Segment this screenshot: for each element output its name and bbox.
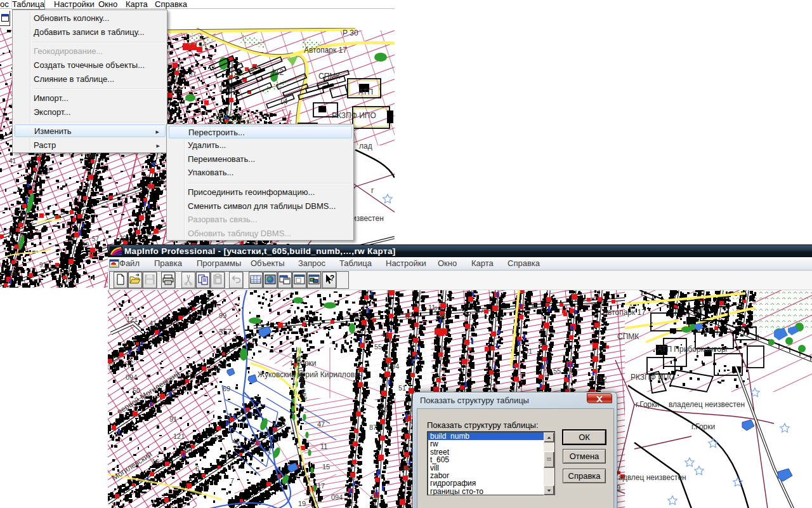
svg-text:69: 69 <box>223 385 230 392</box>
svg-text:Р 30: Р 30 <box>343 29 358 37</box>
svg-text:15: 15 <box>322 463 330 471</box>
svg-text:39: 39 <box>82 241 89 248</box>
svg-text:11: 11 <box>320 443 327 450</box>
svg-text:г: г <box>371 186 374 195</box>
svg-text:17: 17 <box>317 482 325 490</box>
svg-text:69: 69 <box>380 406 388 413</box>
svg-text:45: 45 <box>439 312 447 320</box>
svg-text:121: 121 <box>126 316 138 323</box>
svg-text:094: 094 <box>126 373 137 381</box>
svg-text:Автопарк 17: Автопарк 17 <box>603 308 646 317</box>
svg-text:99: 99 <box>219 312 226 319</box>
svg-text:СПМК: СПМК <box>617 332 639 341</box>
svg-text:Автопарк 17: Автопарк 17 <box>304 46 347 55</box>
svg-text:121: 121 <box>219 84 232 93</box>
svg-text:41: 41 <box>381 331 389 338</box>
svg-text:91: 91 <box>169 415 177 423</box>
svg-text:11: 11 <box>530 302 537 310</box>
svg-text:лад: лад <box>359 142 372 150</box>
svg-text:3: 3 <box>46 167 50 174</box>
svg-text:91: 91 <box>39 262 47 269</box>
svg-text:094: 094 <box>331 493 343 501</box>
svg-text:адвлец неизвестен: адвлец неизвестен <box>619 473 686 482</box>
svg-text:23: 23 <box>174 86 182 93</box>
svg-text:50: 50 <box>214 434 222 441</box>
svg-text:57: 57 <box>476 307 484 314</box>
svg-text:АТП Приборкомторг: АТП Приборкомторг <box>657 345 729 354</box>
svg-text:51: 51 <box>398 384 406 392</box>
svg-text:РКЗПФ ИПО: РКЗПФ ИПО <box>631 373 675 382</box>
svg-text:23: 23 <box>434 305 442 313</box>
svg-text:57: 57 <box>92 236 100 243</box>
svg-text:46: 46 <box>232 438 240 445</box>
svg-text:57: 57 <box>405 312 413 320</box>
svg-text:55: 55 <box>374 343 382 351</box>
svg-text:Жуковский Юрий Кириллович: Жуковский Юрий Кириллович <box>258 370 363 379</box>
svg-text:47: 47 <box>317 420 325 428</box>
svg-text:АТП: АТП <box>358 88 373 97</box>
svg-text:112: 112 <box>596 375 607 383</box>
svg-text:г.Горки: г.Горки <box>691 422 715 431</box>
svg-text:112: 112 <box>272 68 284 77</box>
svg-text:20: 20 <box>119 235 127 242</box>
svg-text:357: 357 <box>219 328 232 337</box>
svg-text:СПМК: СПМК <box>318 72 340 81</box>
svg-text:50: 50 <box>133 387 140 394</box>
svg-text:121: 121 <box>173 432 185 440</box>
svg-text:РКЗПФ ИПО: РКЗПФ ИПО <box>332 111 376 120</box>
svg-text:87: 87 <box>369 424 377 431</box>
svg-text:91: 91 <box>539 340 547 348</box>
svg-text:31: 31 <box>214 364 221 371</box>
svg-text:6: 6 <box>195 465 199 472</box>
svg-text:31: 31 <box>525 347 532 355</box>
svg-text:16: 16 <box>152 458 159 465</box>
svg-text:41: 41 <box>149 319 157 327</box>
svg-text:?: ? <box>330 274 334 283</box>
svg-text:41: 41 <box>9 157 16 164</box>
svg-text:094: 094 <box>388 363 399 370</box>
svg-text:59: 59 <box>185 446 192 454</box>
svg-text:владелец неизвестен: владелец неизвестен <box>669 400 745 409</box>
svg-text:известен: известен <box>352 214 384 223</box>
svg-text:91: 91 <box>371 493 379 501</box>
svg-text:г.Горки: г.Горки <box>636 400 659 409</box>
svg-text:14: 14 <box>279 97 288 106</box>
svg-text:65: 65 <box>10 270 17 277</box>
svg-text:23: 23 <box>20 211 28 218</box>
svg-text:19: 19 <box>298 500 306 507</box>
svg-text:7: 7 <box>230 477 234 485</box>
svg-text:87: 87 <box>189 71 197 78</box>
svg-text:55: 55 <box>553 367 561 375</box>
